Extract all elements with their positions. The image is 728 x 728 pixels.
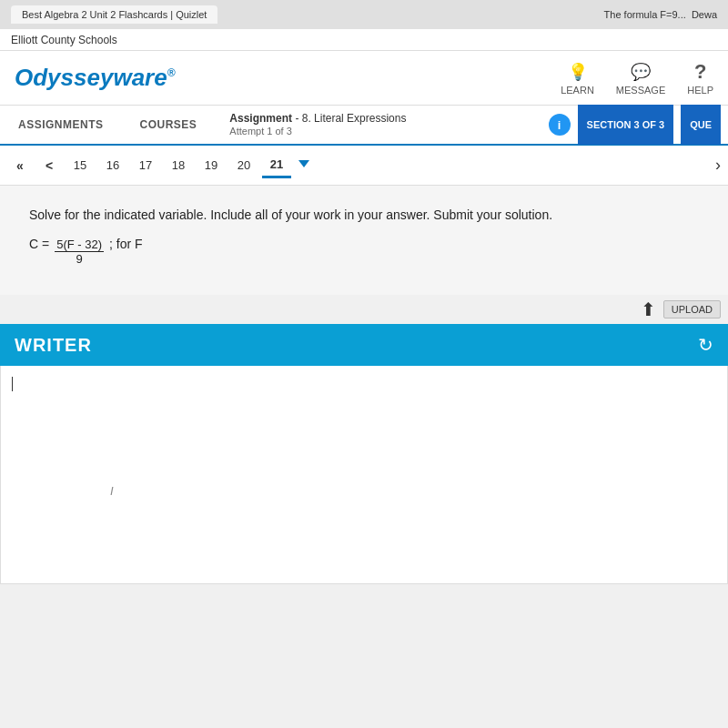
writer-section: WRITER ↻ I [0, 324, 728, 584]
content-area: Solve for the indicated variable. Includ… [0, 186, 728, 295]
browser-right-text: The formula F=9... Dewa [604, 9, 717, 20]
assignment-attempt: Attempt 1 of 3 [229, 126, 291, 136]
courses-nav[interactable]: COURSES [122, 105, 216, 145]
assignment-detail: - 8. Literal Expressions [295, 112, 406, 125]
text-cursor-i: I [110, 484, 114, 498]
qnav-num-19[interactable]: 19 [197, 153, 226, 178]
nav-forward[interactable]: › [715, 156, 721, 175]
writer-header: WRITER ↻ [0, 324, 728, 366]
text-cursor-start [12, 377, 13, 391]
browser-tab[interactable]: Best Algebra 2 Unit 2 Flashcards | Quizl… [11, 5, 217, 24]
help-button[interactable]: ? HELP [687, 61, 713, 96]
school-header: Elliott County Schools [0, 29, 728, 51]
formula-numerator: 5(F - 32) [55, 238, 104, 252]
problem-formula: C = 5(F - 32) 9 ; for F [29, 237, 699, 266]
app-logo: Odysseyware® [15, 64, 176, 92]
qnav-num-21[interactable]: 21 [262, 153, 291, 178]
browser-bar: Best Algebra 2 Unit 2 Flashcards | Quizl… [0, 0, 728, 29]
formula-fraction: 5(F - 32) 9 [55, 238, 104, 266]
writer-refresh-button[interactable]: ↻ [698, 334, 713, 356]
main-wrapper: Elliott County Schools Odysseyware® 💡 LE… [0, 29, 728, 728]
qnav-num-20[interactable]: 20 [229, 153, 258, 178]
qnav-num-17[interactable]: 17 [131, 153, 160, 178]
formula-denominator: 9 [74, 252, 84, 266]
writer-title: WRITER [15, 335, 92, 356]
info-button[interactable]: i [549, 114, 571, 136]
assignment-name: Assignment [229, 112, 292, 125]
upload-button[interactable]: UPLOAD [663, 300, 721, 318]
qnav-num-15[interactable]: 15 [66, 153, 95, 178]
school-name: Elliott County Schools [11, 34, 117, 46]
learn-icon: 💡 [567, 61, 589, 83]
assignment-info: Assignment - 8. Literal Expressions Atte… [215, 112, 548, 137]
message-button[interactable]: 💬 MESSAGE [616, 61, 665, 96]
message-icon: 💬 [630, 61, 652, 83]
app-header: Odysseyware® 💡 LEARN 💬 MESSAGE ? HELP [0, 51, 728, 106]
learn-button[interactable]: 💡 LEARN [561, 61, 594, 96]
qnav-num-18[interactable]: 18 [164, 153, 193, 178]
formula-left: C = [29, 237, 49, 251]
assignments-nav[interactable]: ASSIGNMENTS [0, 105, 122, 145]
nav-back-double[interactable]: « [7, 153, 33, 178]
help-icon: ? [690, 61, 712, 83]
question-nav: « < 15 16 17 18 19 20 21 › [0, 146, 728, 186]
upload-row: ⬆ UPLOAD [0, 295, 728, 324]
nav-back-single[interactable]: < [36, 153, 62, 178]
problem-instruction: Solve for the indicated variable. Includ… [29, 207, 699, 222]
formula-right: ; for F [109, 237, 143, 251]
nav-bar: ASSIGNMENTS COURSES Assignment - 8. Lite… [0, 106, 728, 146]
que-badge: QUE [681, 105, 721, 145]
qnav-active-marker [298, 164, 309, 167]
writer-body[interactable]: I [0, 366, 728, 584]
upload-icon[interactable]: ⬆ [641, 298, 656, 320]
section-badge: SECTION 3 OF 3 [578, 105, 674, 145]
header-actions: 💡 LEARN 💬 MESSAGE ? HELP [561, 61, 713, 96]
nav-right: i SECTION 3 OF 3 QUE [549, 105, 728, 145]
qnav-num-16[interactable]: 16 [98, 153, 127, 178]
